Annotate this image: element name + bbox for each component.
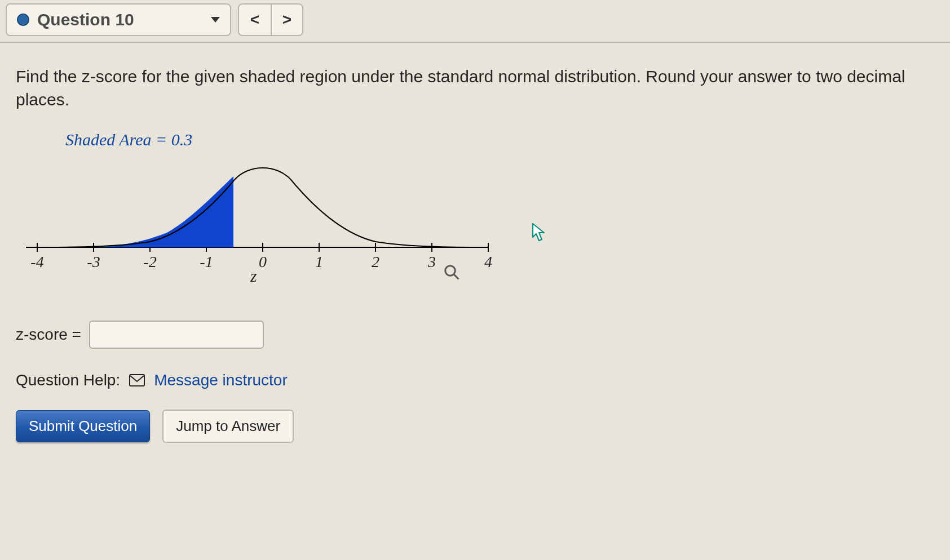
button-row: Submit Question Jump to Answer <box>16 410 934 443</box>
question-content: Find the z-score for the given shaded re… <box>0 43 950 454</box>
status-dot-icon <box>17 14 29 26</box>
svg-line-11 <box>454 274 459 279</box>
question-selector-dropdown[interactable]: Question 10 <box>6 3 231 36</box>
shaded-area <box>94 176 233 247</box>
tick-label: 0 <box>259 253 267 270</box>
question-nav-group: < > <box>238 3 303 36</box>
help-row: Question Help: Message instructor <box>16 371 934 389</box>
x-axis-label: z <box>250 266 257 286</box>
help-label: Question Help: <box>16 371 120 389</box>
tick-label: 1 <box>315 253 323 270</box>
normal-distribution-chart: Shaded Area = 0.3 -4 -3 -2 -1 0 1 2 <box>20 130 528 281</box>
normal-curve <box>37 168 488 247</box>
mail-icon <box>129 374 145 386</box>
caret-down-icon <box>211 17 220 23</box>
submit-question-button[interactable]: Submit Question <box>16 410 150 442</box>
answer-row: z-score = <box>16 321 934 349</box>
next-question-button[interactable]: > <box>271 5 302 35</box>
tick-label: -4 <box>30 253 43 270</box>
tick-label: 4 <box>484 253 492 270</box>
prev-question-button[interactable]: < <box>239 5 271 35</box>
top-bar: Question 10 < > <box>0 0 950 43</box>
question-title: Question 10 <box>37 10 134 29</box>
magnify-icon[interactable] <box>443 264 460 285</box>
svg-point-10 <box>445 266 456 276</box>
question-prompt: Find the z-score for the given shaded re… <box>16 65 907 111</box>
message-instructor-link[interactable]: Message instructor <box>154 371 288 389</box>
svg-rect-12 <box>130 375 144 386</box>
zscore-input[interactable] <box>89 321 264 349</box>
chart-svg: -4 -3 -2 -1 0 1 2 3 4 <box>20 152 505 281</box>
zscore-label: z-score = <box>16 326 81 344</box>
tick-label: 2 <box>372 253 379 270</box>
tick-label: -3 <box>87 253 100 270</box>
tick-label: -2 <box>143 253 156 270</box>
tick-label: -1 <box>200 253 213 270</box>
tick-label: 3 <box>427 253 436 270</box>
jump-to-answer-button[interactable]: Jump to Answer <box>162 410 294 443</box>
shaded-area-label: Shaded Area = 0.3 <box>65 130 528 149</box>
